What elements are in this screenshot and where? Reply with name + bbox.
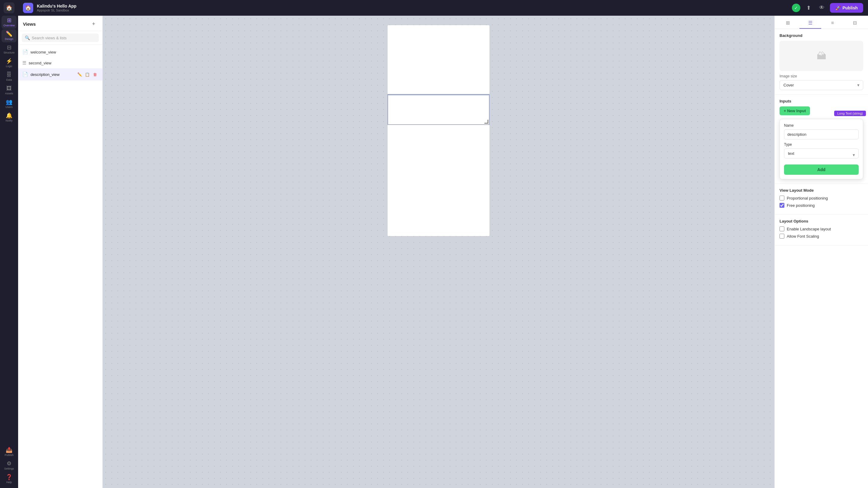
free-positioning-label: Free positioning <box>787 203 815 208</box>
string-badge: Long Text (string) <box>834 111 866 116</box>
views-list: 📄 welcome_view ☰ second_view 📄 descripti… <box>18 45 102 488</box>
sidebar-item-label: Design <box>5 37 13 40</box>
rename-view-button[interactable]: ✏️ <box>76 71 83 78</box>
add-input-button[interactable]: Add <box>784 165 859 175</box>
sidebar-item-structure[interactable]: ⊟ Structure <box>1 43 17 56</box>
view-name: second_view <box>29 61 98 65</box>
image-size-label: Image size <box>779 74 863 78</box>
font-scaling-label: Allow Font Scaling <box>787 234 819 238</box>
copy-view-button[interactable]: 📋 <box>84 71 91 78</box>
views-header: Views + <box>18 16 102 31</box>
help-icon: ❓ <box>6 475 12 480</box>
search-icon: 🔍 <box>25 35 30 40</box>
publish-nav-icon: 📤 <box>6 447 12 453</box>
landscape-layout-row: Enable Landscape layout <box>779 227 863 231</box>
font-scaling-row: Allow Font Scaling <box>779 234 863 238</box>
assets-icon: 🖼 <box>6 86 12 91</box>
sidebar-item-logic[interactable]: ⚡ Logic <box>1 57 17 69</box>
popup-name-input[interactable] <box>784 130 859 139</box>
tab-more[interactable]: ⊟ <box>844 18 866 29</box>
overview-icon: ⊞ <box>7 18 11 23</box>
background-title: Background <box>779 33 863 38</box>
search-wrap: 🔍 <box>22 34 99 42</box>
status-indicator: ✓ <box>792 4 800 12</box>
proportional-positioning-row: Proportional positioning <box>779 196 863 200</box>
layout-options-title: Layout Options <box>779 219 863 224</box>
tab-filters[interactable]: ≡ <box>822 18 843 29</box>
app-info: Kalindu's Hello App Appspotr SL Sandbox <box>37 4 788 12</box>
free-positioning-checkbox[interactable] <box>779 203 784 208</box>
sidebar-item-help[interactable]: ❓ Help <box>1 472 17 486</box>
views-search: 🔍 <box>18 31 102 45</box>
view-list-icon: ☰ <box>22 60 26 66</box>
landscape-checkbox[interactable] <box>779 227 784 231</box>
canvas-lower-section[interactable] <box>388 95 490 125</box>
structure-icon: ⊟ <box>7 45 11 50</box>
image-placeholder-icon: 🏔 <box>817 51 826 62</box>
preview-button[interactable]: 👁 <box>817 3 827 13</box>
view-name: description_view <box>31 72 74 77</box>
view-item-second[interactable]: ☰ second_view <box>18 57 102 68</box>
sidebar-item-label: Settings <box>4 467 14 470</box>
proportional-label: Proportional positioning <box>787 196 828 200</box>
popup-name-label: Name <box>784 123 859 127</box>
search-input[interactable] <box>32 36 96 40</box>
publish-button[interactable]: 🚀 Publish <box>830 3 863 13</box>
canvas-upper-section[interactable] <box>388 25 490 95</box>
publish-label: Publish <box>842 5 858 10</box>
canvas-area[interactable] <box>103 16 774 488</box>
views-panel: Views + 🔍 📄 welcome_view ☰ <box>18 16 103 488</box>
sidebar-item-label: Users <box>5 106 13 109</box>
delete-view-button[interactable]: 🗑 <box>92 71 98 78</box>
image-size-select-wrap: Cover Contain Stretch Repeat ▼ <box>779 80 863 90</box>
view-page-icon: 📄 <box>22 71 28 77</box>
sidebar-item-label: Help <box>6 481 12 484</box>
nav-sidebar: 🏠 ⊞ Overview ✏️ Design ⊟ Structure ⚡ Log… <box>0 0 18 488</box>
sidebar-item-data[interactable]: 🗄 Data <box>1 70 17 83</box>
views-title: Views <box>23 22 36 27</box>
share-button[interactable]: ⬆ <box>803 3 814 13</box>
view-item-welcome[interactable]: 📄 welcome_view <box>18 47 102 57</box>
image-size-select[interactable]: Cover Contain Stretch Repeat <box>779 80 863 90</box>
users-icon: 👥 <box>6 99 12 105</box>
tab-layers[interactable]: ⊞ <box>777 18 799 29</box>
sidebar-item-assets[interactable]: 🖼 Assets <box>1 84 17 97</box>
main-content: Views + 🔍 📄 welcome_view ☰ <box>18 16 868 488</box>
sidebar-item-publish[interactable]: 📤 Publish <box>1 446 17 458</box>
sidebar-item-notify[interactable]: 🔔 Notify <box>1 111 17 124</box>
data-icon: 🗄 <box>6 72 12 78</box>
inputs-title: Inputs <box>779 99 863 104</box>
sidebar-item-label: Structure <box>4 51 15 54</box>
view-item-actions: ✏️ 📋 🗑 <box>76 71 98 78</box>
app-name: Kalindu's Hello App <box>37 4 788 8</box>
app-subtitle: Appspotr SL Sandbox <box>37 8 788 12</box>
sidebar-item-label: Overview <box>3 24 15 27</box>
input-popup: Long Text (string) Name Type text number… <box>779 119 863 179</box>
nav-logo: 🏠 <box>4 2 14 13</box>
publish-icon: 🚀 <box>835 5 840 10</box>
popup-type-select[interactable]: text number boolean date <box>784 148 859 159</box>
sidebar-item-users[interactable]: 👥 Users <box>1 97 17 110</box>
sidebar-item-label: Publish <box>4 454 13 457</box>
logic-icon: ⚡ <box>6 58 12 64</box>
proportional-checkbox[interactable] <box>779 196 784 200</box>
popup-type-select-wrap: text number boolean date ▼ <box>784 148 859 162</box>
notify-icon: 🔔 <box>6 113 12 118</box>
sidebar-item-settings[interactable]: ⚙ Settings <box>1 459 17 472</box>
app-icon: 🏠 <box>23 3 33 13</box>
sidebar-item-overview[interactable]: ⊞ Overview <box>1 16 17 29</box>
layout-mode-section: View Layout Mode Proportional positionin… <box>775 184 868 215</box>
landscape-label: Enable Landscape layout <box>787 227 831 231</box>
sidebar-item-design[interactable]: ✏️ Design <box>1 29 17 42</box>
app-header: 🏠 Kalindu's Hello App Appspotr SL Sandbo… <box>18 0 868 16</box>
view-item-description[interactable]: 📄 description_view ✏️ 📋 🗑 <box>18 68 102 80</box>
background-image-placeholder[interactable]: 🏔 <box>779 41 863 71</box>
props-tabs: ⊞ ☰ ≡ ⊟ <box>775 16 868 29</box>
inputs-section: Inputs + New Input Long Text (string) Na… <box>775 95 868 184</box>
new-input-button[interactable]: + New Input <box>779 107 810 115</box>
canvas-phone[interactable] <box>387 25 490 236</box>
add-view-button[interactable]: + <box>90 20 98 28</box>
tab-properties[interactable]: ☰ <box>800 18 821 29</box>
font-scaling-checkbox[interactable] <box>779 234 784 238</box>
sidebar-item-label: Data <box>6 78 12 81</box>
